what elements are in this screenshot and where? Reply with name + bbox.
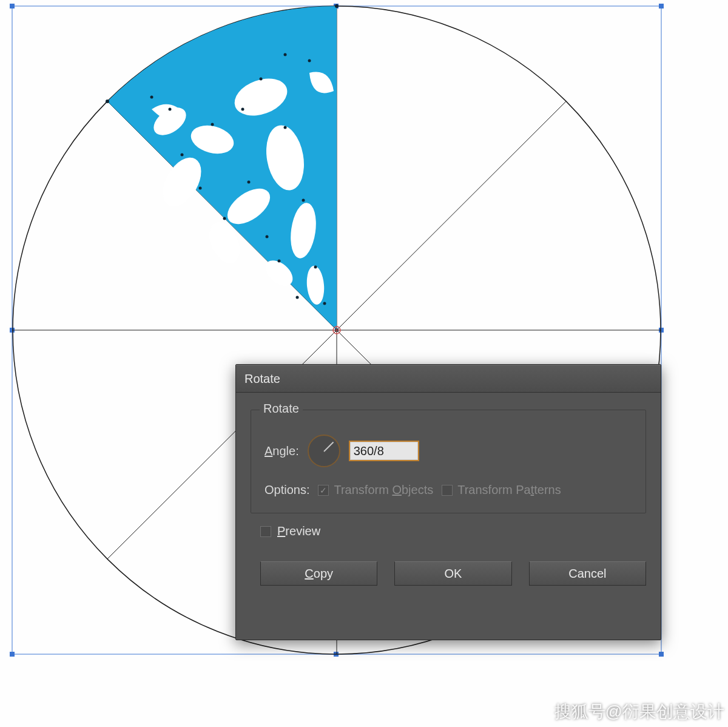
- preview-checkbox[interactable]: [260, 526, 271, 537]
- svg-point-31: [302, 199, 305, 202]
- checkbox-icon: ✓: [318, 485, 329, 496]
- rotate-dialog: Rotate Rotate Angle: Options: ✓ Transfor…: [235, 364, 661, 640]
- checkbox-icon: [442, 485, 453, 496]
- svg-point-42: [296, 296, 299, 299]
- svg-point-29: [248, 181, 251, 184]
- svg-point-36: [150, 96, 153, 99]
- watermark-text: 搜狐号@衍果创意设计: [554, 700, 724, 723]
- selected-artwork[interactable]: [106, 4, 339, 332]
- svg-rect-7: [659, 652, 664, 657]
- svg-point-38: [241, 108, 244, 111]
- preview-label: Preview: [277, 524, 320, 538]
- svg-point-32: [223, 217, 226, 220]
- svg-point-40: [266, 235, 269, 238]
- svg-rect-2: [659, 4, 664, 8]
- rotate-panel: Rotate Angle: Options: ✓ Transform Objec…: [251, 410, 646, 513]
- panel-legend: Rotate: [260, 402, 303, 416]
- options-label: Options:: [265, 483, 309, 497]
- svg-point-25: [260, 78, 263, 81]
- svg-point-28: [181, 154, 184, 157]
- svg-point-37: [308, 59, 311, 63]
- ok-button[interactable]: OK: [394, 561, 511, 586]
- cancel-button[interactable]: Cancel: [529, 561, 646, 586]
- copy-button[interactable]: Copy: [260, 561, 377, 586]
- dialog-title: Rotate: [244, 372, 280, 386]
- svg-point-30: [284, 126, 287, 129]
- transform-patterns-checkbox: Transform Patterns: [442, 483, 561, 497]
- svg-point-24: [106, 100, 109, 103]
- svg-point-26: [284, 53, 287, 56]
- angle-label: Angle:: [265, 444, 299, 458]
- svg-point-34: [314, 266, 317, 269]
- dialog-titlebar[interactable]: Rotate: [236, 365, 661, 393]
- svg-rect-0: [10, 4, 15, 8]
- svg-point-23: [335, 4, 339, 8]
- angle-input[interactable]: [349, 441, 419, 461]
- svg-point-35: [169, 108, 172, 111]
- svg-point-27: [211, 123, 214, 126]
- angle-dial[interactable]: [308, 435, 340, 467]
- svg-rect-5: [10, 652, 15, 657]
- transform-objects-checkbox: ✓ Transform Objects: [318, 483, 433, 497]
- svg-point-39: [199, 187, 202, 190]
- svg-point-33: [278, 260, 281, 263]
- svg-point-41: [323, 302, 326, 305]
